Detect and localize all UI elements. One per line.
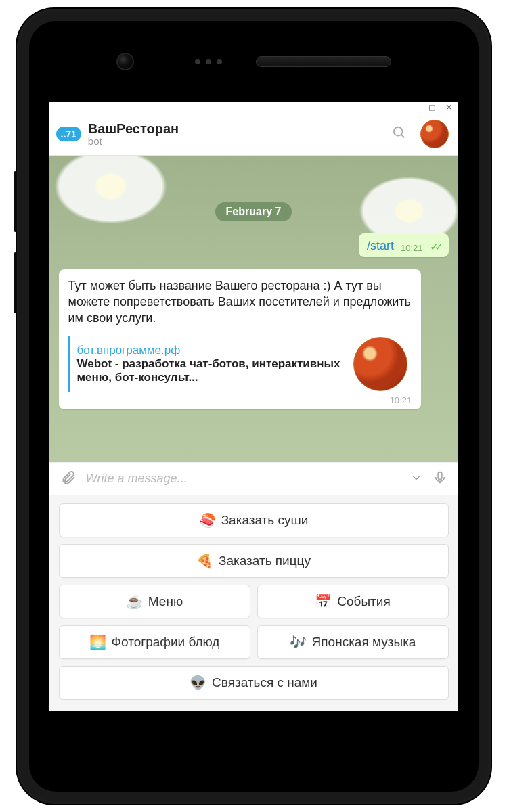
kb-japanese-music[interactable]: 🎶Японская музыка — [257, 625, 449, 659]
link-preview[interactable]: бот.впрограмме.рф Webot - разработка чат… — [68, 336, 412, 392]
kb-events[interactable]: 📅События — [257, 585, 449, 618]
link-url: бот.впрограмме.рф — [77, 344, 347, 357]
earpiece-speaker — [256, 56, 391, 67]
date-divider: February 7 — [215, 202, 292, 221]
kb-order-pizza[interactable]: 🍕Заказать пиццу — [59, 544, 449, 578]
kb-order-sushi[interactable]: 🍣Заказать суши — [59, 503, 449, 537]
messages-area[interactable]: February 7 /start 10:21 ✓✓ Тут может быт… — [49, 156, 458, 462]
chat-header: ..71 ВашРесторан bot — [49, 116, 458, 156]
minimize-icon[interactable]: — — [410, 104, 419, 116]
volume-up-button[interactable] — [14, 171, 17, 232]
front-camera — [116, 53, 134, 70]
phone-frame: — ◻ ✕ ..71 ВашРесторан bot February 7 — [17, 9, 491, 804]
link-thumbnail — [353, 337, 407, 391]
photo-icon: 🌅 — [89, 634, 106, 650]
chat-avatar[interactable] — [420, 120, 449, 148]
chat-title-block[interactable]: ВашРесторан bot — [88, 121, 385, 147]
message-input[interactable] — [86, 472, 400, 486]
pizza-icon: 🍕 — [196, 553, 213, 569]
svg-rect-2 — [438, 472, 442, 479]
incoming-message[interactable]: Тут может быть название Вашего ресторана… — [59, 269, 422, 410]
read-ticks-icon: ✓✓ — [430, 240, 439, 253]
music-icon: 🎶 — [290, 634, 307, 650]
coffee-icon: ☕ — [126, 593, 143, 610]
volume-down-button[interactable] — [14, 252, 17, 313]
attach-icon[interactable] — [60, 470, 76, 489]
chat-background: February 7 /start 10:21 ✓✓ Тут может быт… — [49, 156, 458, 462]
unread-badge[interactable]: ..71 — [56, 127, 81, 141]
close-icon[interactable]: ✕ — [445, 104, 453, 116]
outgoing-message[interactable]: /start 10:21 ✓✓ — [359, 233, 449, 257]
microphone-icon[interactable] — [433, 470, 447, 488]
sensor-dots — [195, 59, 222, 64]
message-time: 10:21 — [401, 243, 423, 253]
message-time: 10:21 — [68, 395, 412, 405]
chat-subtitle: bot — [88, 135, 385, 147]
kb-menu[interactable]: ☕Меню — [59, 585, 250, 618]
chevron-down-icon[interactable] — [410, 471, 423, 487]
svg-line-1 — [401, 134, 404, 137]
app-screen: — ◻ ✕ ..71 ВашРесторан bot February 7 — [49, 102, 458, 710]
message-text: Тут может быть название Вашего ресторана… — [68, 277, 412, 327]
sushi-icon: 🍣 — [199, 512, 216, 528]
message-input-bar — [49, 462, 458, 495]
svg-point-0 — [393, 127, 402, 135]
message-text: /start — [367, 239, 394, 253]
alien-icon: 👽 — [190, 675, 206, 691]
kb-contact-us[interactable]: 👽Связаться с нами — [59, 666, 449, 700]
phone-inner: — ◻ ✕ ..71 ВашРесторан bot February 7 — [29, 21, 479, 792]
maximize-icon[interactable]: ◻ — [428, 104, 436, 116]
search-icon[interactable] — [392, 125, 407, 143]
calendar-icon: 📅 — [315, 593, 332, 610]
chat-name: ВашРесторан — [88, 121, 385, 137]
kb-food-photos[interactable]: 🌅Фотографии блюд — [59, 625, 250, 659]
window-titlebar: — ◻ ✕ — [49, 102, 458, 116]
link-description: Webot - разработка чат-ботов, интерактив… — [77, 357, 347, 385]
bot-keyboard: 🍣Заказать суши 🍕Заказать пиццу ☕Меню 📅Со… — [49, 495, 458, 710]
phone-top-bezel — [29, 21, 479, 95]
